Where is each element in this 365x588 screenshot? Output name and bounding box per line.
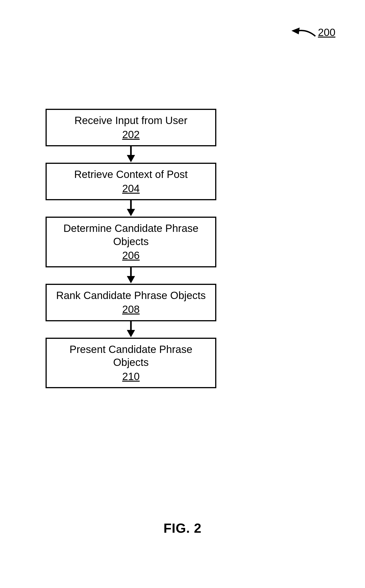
svg-marker-4 [127, 209, 135, 216]
step-number: 206 [122, 249, 140, 262]
step-number: 202 [122, 128, 140, 141]
arrow-down-icon [126, 267, 136, 284]
step-rank-candidates: Rank Candidate Phrase Objects 208 [46, 284, 216, 321]
figure-ref-number: 200 [318, 26, 335, 38]
step-label: Rank Candidate Phrase Objects [56, 289, 206, 302]
arrow-down-icon [126, 146, 136, 163]
step-retrieve-context: Retrieve Context of Post 204 [46, 163, 216, 200]
patent-figure-page: 200 Receive Input from User 202 Retrieve… [0, 0, 365, 588]
step-number: 210 [122, 370, 140, 383]
svg-marker-6 [127, 276, 135, 283]
figure-caption: FIG. 2 [0, 520, 365, 536]
arrow-down-icon [126, 321, 136, 338]
step-label: Retrieve Context of Post [74, 168, 188, 181]
step-label: Receive Input from User [74, 114, 187, 127]
step-number: 208 [122, 303, 140, 316]
step-label: Present Candidate Phrase Objects [54, 343, 208, 369]
step-label: Determine Candidate Phrase Objects [54, 222, 208, 248]
step-determine-candidates: Determine Candidate Phrase Objects 206 [46, 217, 216, 267]
figure-ref-indicator: 200 [291, 26, 335, 38]
step-receive-input: Receive Input from User 202 [46, 109, 216, 146]
flowchart: Receive Input from User 202 Retrieve Con… [46, 109, 216, 388]
svg-marker-2 [127, 155, 135, 162]
step-number: 204 [122, 182, 140, 195]
ref-arrow-icon [291, 27, 316, 38]
svg-marker-8 [127, 330, 135, 337]
arrow-down-icon [126, 200, 136, 217]
step-present-candidates: Present Candidate Phrase Objects 210 [46, 338, 216, 389]
svg-marker-0 [291, 27, 300, 34]
